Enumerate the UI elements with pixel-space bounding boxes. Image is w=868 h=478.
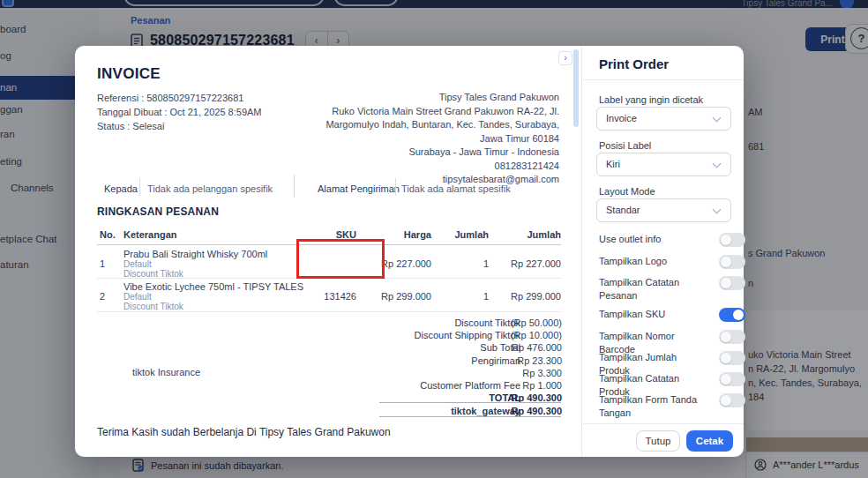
totals-row: Discount Tiktok (Rp 50.000) xyxy=(75,317,582,330)
totals-value: Rp 23.300 xyxy=(517,355,562,366)
sku-highlight-box xyxy=(296,239,385,279)
totals-row: Discount Shipping Tiktok (Rp 10.000) xyxy=(75,330,582,342)
address-line: Margomulyo Indah, Buntaran, Kec. Tandes,… xyxy=(326,118,559,132)
label-type-value: Invoice xyxy=(606,113,637,123)
shipping-address-value: Tidak ada alamat spesifik xyxy=(401,183,511,194)
layout-mode-field-label: Layout Mode xyxy=(599,186,655,197)
invoice-created-date: Tanggal Dibuat : Oct 21, 2025 8:59AM xyxy=(97,105,262,119)
expand-preview-button[interactable]: › xyxy=(558,51,572,65)
totals-row: Sub Total Rp 476.000 xyxy=(75,342,582,355)
product-qty: 1 xyxy=(483,291,489,302)
col-header-jumlah-total: Jumlah xyxy=(527,229,561,240)
col-header-jumlah: Jumlah xyxy=(454,229,489,240)
insurance-label: tiktok Insurance xyxy=(132,367,200,377)
invoice-preview: › INVOICE Referensi : 580850297157223681… xyxy=(75,46,582,457)
totals-label: Discount Shipping Tiktok xyxy=(415,330,520,340)
print-order-dialog: › INVOICE Referensi : 580850297157223681… xyxy=(75,46,744,457)
invoice-title: INVOICE xyxy=(97,65,161,83)
product-price: Rp 227.000 xyxy=(381,258,431,269)
app-screen: Tipsy Tales Grand Pa... board og nan gga… xyxy=(0,0,868,478)
product-total: Rp 299.000 xyxy=(511,291,561,302)
close-button[interactable]: Tutup xyxy=(636,430,680,452)
chevron-down-icon xyxy=(713,205,722,214)
address-line: Ruko Victoria Main Street Grand Pakuwon … xyxy=(326,105,559,119)
show-product-count-toggle[interactable] xyxy=(719,351,745,365)
toggle-row: Tampilkan SKU xyxy=(599,308,745,321)
toggle-knob xyxy=(721,395,731,406)
show-sku-toggle[interactable] xyxy=(719,308,745,322)
totals-label: Pengiriman xyxy=(471,355,520,366)
show-order-note-toggle[interactable] xyxy=(719,276,745,290)
product-variant: Default xyxy=(123,292,152,302)
divider xyxy=(379,416,561,417)
divider xyxy=(139,178,140,196)
toggle-row: Tampilkan Logo xyxy=(599,255,745,268)
product-qty: 1 xyxy=(483,258,489,269)
thank-you-note: Terima Kasih sudah Berbelanja Di Tipsy T… xyxy=(97,426,391,438)
address-line: Surabaya - Jawa Timur - Indonesia xyxy=(326,146,559,160)
totals-value: Rp 490.300 xyxy=(512,406,562,416)
totals-label: Customer Platform Fee xyxy=(420,380,520,391)
totals-label: tiktok_gateway xyxy=(451,406,520,416)
toggle-row: Tampilkan Form Tanda Tangan xyxy=(599,393,745,420)
toggle-knob xyxy=(721,235,731,245)
label-position-select[interactable]: Kiri xyxy=(596,153,731,176)
use-outlet-info-toggle[interactable] xyxy=(719,233,745,247)
chevron-down-icon xyxy=(713,160,722,168)
toggle-label: Tampilkan Form Tanda Tangan xyxy=(599,393,703,420)
cetak-button[interactable]: Cetak xyxy=(686,430,733,452)
invoice-status: Status : Selesai xyxy=(97,119,262,133)
store-name: Tipsy Tales Grand Pakuwon xyxy=(326,91,559,105)
col-header-no: No. xyxy=(100,229,116,240)
toggle-knob xyxy=(721,278,731,288)
kepada-value: Tidak ada pelanggan spesifik xyxy=(147,183,273,194)
divider xyxy=(379,402,561,403)
product-note: Discount Tiktok xyxy=(123,302,183,311)
product-sku: 131426 xyxy=(324,291,356,302)
label-type-select[interactable]: Invoice xyxy=(596,107,731,131)
totals-value: Rp 3.300 xyxy=(522,368,562,378)
product-name: Prabu Bali Straight Whisky 700ml xyxy=(123,249,267,259)
show-barcode-toggle[interactable] xyxy=(719,330,745,344)
shipping-address-label: Alamat Pengiriman xyxy=(318,183,400,194)
totals-value: Rp 476.000 xyxy=(512,342,562,353)
divider xyxy=(583,423,744,424)
product-price: Rp 299.000 xyxy=(381,291,431,302)
col-header-harga: Harga xyxy=(404,229,431,240)
order-summary-title: RINGKASAN PESANAN xyxy=(97,205,219,218)
row-no: 1 xyxy=(100,258,105,269)
show-signature-form-toggle[interactable] xyxy=(719,393,745,407)
toggle-knob xyxy=(721,257,731,267)
layout-mode-value: Standar xyxy=(606,205,640,215)
store-address-block: Tipsy Tales Grand Pakuwon Ruko Victoria … xyxy=(326,91,559,187)
divider xyxy=(97,311,561,312)
print-options-panel: Print Order Label yang ingin dicetak Inv… xyxy=(583,46,744,457)
address-line: Jawa Timur 60184 xyxy=(326,132,559,146)
label-position-field-label: Posisi Label xyxy=(599,140,651,151)
toggle-label: Tampilkan Logo xyxy=(599,255,703,268)
show-product-note-toggle[interactable] xyxy=(719,372,745,386)
row-no: 2 xyxy=(100,291,105,302)
layout-mode-select[interactable]: Standar xyxy=(596,198,731,222)
product-variant: Default xyxy=(123,259,152,269)
toggle-row: Use outlet info xyxy=(599,233,745,246)
toggle-row: Tampilkan Catatan Pesanan xyxy=(599,276,745,302)
panel-title: Print Order xyxy=(599,56,669,71)
invoice-reference: Referensi : 580850297157223681 xyxy=(97,91,262,105)
toggle-label: Tampilkan Catatan Pesanan xyxy=(599,276,703,302)
divider xyxy=(395,178,396,196)
preview-scrollbar[interactable] xyxy=(573,49,579,127)
divider xyxy=(294,175,295,198)
invoice-meta: Referensi : 580850297157223681 Tanggal D… xyxy=(97,91,262,133)
product-name: Vibe Exotic Lychee 750ml - TIPSY TALES xyxy=(123,281,303,292)
totals-row: Customer Platform Fee Rp 1.000 xyxy=(75,380,582,392)
totals-value: (Rp 10.000) xyxy=(511,330,562,340)
totals-row: Pengiriman Rp 23.300 xyxy=(75,355,582,368)
toggle-knob xyxy=(721,374,731,385)
divider xyxy=(583,79,744,80)
col-header-keterangan: Keterangan xyxy=(123,229,177,240)
totals-value: (Rp 50.000) xyxy=(511,317,562,328)
show-logo-toggle[interactable] xyxy=(719,255,745,269)
label-position-value: Kiri xyxy=(606,159,620,169)
kepada-label: Kepada xyxy=(104,183,138,194)
